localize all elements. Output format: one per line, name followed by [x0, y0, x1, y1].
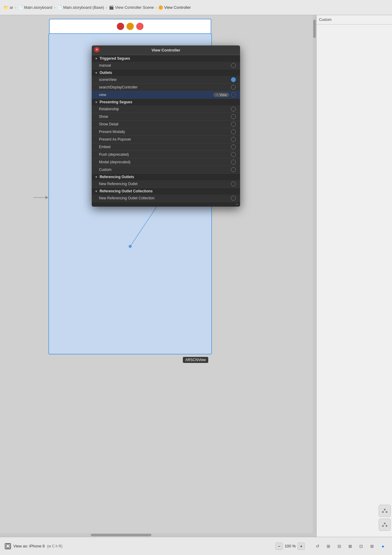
circle-nro[interactable]: [231, 181, 236, 186]
breadcrumb-item-main-storyboard[interactable]: 📄 Main.storyboard: [18, 5, 52, 10]
breadcrumb-item-vc[interactable]: View Controller: [159, 5, 191, 10]
circle-view[interactable]: [231, 92, 236, 97]
row-manual[interactable]: manual: [92, 62, 240, 69]
h-scroll-thumb[interactable]: [91, 534, 151, 536]
circle-push[interactable]: [231, 152, 236, 157]
expand-dot: [136, 23, 143, 30]
row-right-pm: [231, 129, 236, 134]
row-right-pap: [231, 137, 236, 142]
iphone-top-bar: [49, 19, 211, 34]
triangle-icon-3: ▼: [95, 101, 98, 104]
status-bar: View as: iPhone 8 (w C h R) − 100 % + ↺ …: [0, 537, 392, 555]
row-modal[interactable]: Modal (deprecated): [92, 158, 240, 166]
distribute-icon[interactable]: ⊠: [346, 542, 354, 550]
row-search-display-controller[interactable]: searchDisplayController: [92, 84, 240, 91]
row-relationship[interactable]: Relationship: [92, 105, 240, 113]
zoom-minus-button[interactable]: −: [275, 543, 283, 550]
circle-custom[interactable]: [231, 167, 236, 172]
circle-present-as-popover[interactable]: [231, 137, 236, 142]
row-right-modal: [231, 160, 236, 165]
breadcrumb-bar: 📁 ar › 📄 Main.storyboard › 📄 Main.storyb…: [0, 0, 392, 15]
vc-icon: [159, 5, 163, 10]
arrow-indicator: [33, 194, 48, 202]
breadcrumb-item-vc-scene[interactable]: 🎬 View Controller Scene: [109, 5, 154, 10]
row-show[interactable]: Show: [92, 113, 240, 121]
circle-relationship[interactable]: [231, 107, 236, 111]
section-referencing-outlets: ▼ Referencing Outlets: [92, 174, 240, 180]
vc-popup-header: × View Controller: [92, 45, 240, 55]
breadcrumb-sep-1: ›: [15, 5, 16, 10]
zoom-controls: − 100 % +: [275, 543, 305, 550]
breadcrumb-item-main-storyboard-base[interactable]: 📄 Main.storyboard (Base): [57, 5, 104, 10]
row-new-referencing-outlet-collection[interactable]: New Referencing Outlet Collection: [92, 194, 240, 202]
circle-embed[interactable]: [231, 145, 236, 149]
row-right-show-detail: [231, 122, 236, 127]
zoom-plus-button[interactable]: +: [298, 543, 305, 550]
canvas-v-scroll-thumb[interactable]: [313, 20, 316, 38]
row-right-view: ✕ View: [213, 92, 236, 97]
right-panel: Custom: [316, 15, 392, 555]
zoom-value: 100 %: [285, 544, 296, 548]
row-right: [231, 63, 236, 68]
align-icon[interactable]: ⊟: [335, 542, 344, 550]
h-scrollbar[interactable]: [0, 533, 316, 537]
row-view[interactable]: view ✕ View: [92, 91, 240, 99]
circle-show[interactable]: [231, 114, 236, 119]
canvas-area: ARSCNView ARSCNView × View Controller ▼ …: [0, 15, 316, 537]
row-right-nroc: [231, 196, 236, 201]
svg-point-8: [382, 525, 384, 527]
storyboard-icon: 📄: [18, 5, 23, 10]
row-right-nro: [231, 181, 236, 186]
svg-point-7: [384, 523, 386, 524]
row-present-modally[interactable]: Present Modally: [92, 128, 240, 136]
circle-show-detail[interactable]: [231, 122, 236, 127]
row-show-detail[interactable]: Show Detail: [92, 121, 240, 128]
arscnview-badge: ARSCNView: [183, 357, 208, 363]
top-bar-icons: [117, 23, 143, 30]
row-right-sdc: [231, 85, 236, 90]
resize-icon[interactable]: ⊡: [357, 542, 365, 550]
row-new-referencing-outlet[interactable]: New Referencing Outlet: [92, 180, 240, 188]
resize-indicator: ✂: [236, 203, 238, 206]
triangle-icon-2: ▼: [95, 71, 98, 75]
circle-modal[interactable]: [231, 160, 236, 165]
triangle-icon-5: ▼: [95, 190, 98, 193]
grid-toggle-icon[interactable]: ⊞: [368, 542, 376, 550]
panel-icon-btn-1[interactable]: [379, 505, 391, 517]
row-right-custom: [231, 167, 236, 172]
status-bar-left: View as: iPhone 8 (w C h R): [5, 543, 63, 549]
breadcrumb-sep-3: ›: [106, 5, 107, 10]
circle-sdc[interactable]: [231, 85, 236, 90]
vc-popup: × View Controller ▼ Triggered Segues man…: [92, 45, 240, 207]
refresh-icon[interactable]: ↺: [313, 542, 322, 550]
section-referencing-outlet-collections: ▼ Referencing Outlet Collections: [92, 188, 240, 194]
circle-sceneview[interactable]: [231, 77, 236, 82]
device-label: View as: iPhone 8: [13, 544, 45, 548]
section-triggered-segues: ▼ Triggered Segues: [92, 55, 240, 62]
settings-icon[interactable]: ●: [379, 542, 387, 550]
breadcrumb-item-ar[interactable]: 📁 ar: [4, 5, 13, 10]
panel-icon-btn-2[interactable]: [379, 519, 391, 531]
view-pill: ✕ View: [213, 93, 229, 97]
storyboard-base-icon: 📄: [57, 5, 62, 10]
breadcrumb-sep-4: ›: [156, 5, 157, 10]
circle-nroc[interactable]: [231, 196, 236, 201]
grid-layout-icon[interactable]: ⊞: [324, 542, 333, 550]
svg-point-9: [386, 525, 387, 527]
device-icon: [5, 543, 11, 549]
row-right-embed: [231, 145, 236, 149]
row-custom[interactable]: Custom: [92, 166, 240, 174]
row-right-show: [231, 114, 236, 119]
svg-point-5: [382, 511, 384, 513]
row-right-rel: [231, 107, 236, 111]
row-push[interactable]: Push (deprecated): [92, 151, 240, 158]
row-embed[interactable]: Embed: [92, 143, 240, 151]
circle-present-modally[interactable]: [231, 129, 236, 134]
canvas-v-scrollbar[interactable]: [313, 15, 316, 533]
minimize-dot: [127, 23, 134, 30]
row-present-as-popover[interactable]: Present As Popover: [92, 136, 240, 143]
right-panel-header: Custom: [317, 15, 392, 25]
popup-close-button[interactable]: ×: [94, 47, 100, 52]
circle-manual[interactable]: [231, 63, 236, 68]
row-sceneview[interactable]: sceneView: [92, 76, 240, 84]
